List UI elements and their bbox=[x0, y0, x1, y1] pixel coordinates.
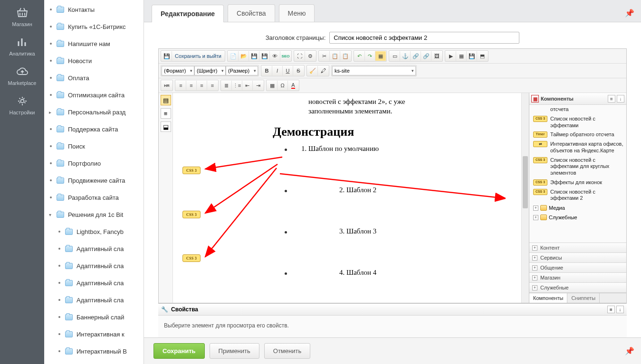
components-collapse-icon[interactable]: ↓ bbox=[617, 95, 624, 103]
tb-borders-icon[interactable]: ▦ bbox=[375, 51, 386, 61]
gutter-code-icon[interactable]: ≡ bbox=[161, 108, 171, 119]
tb-unlink-icon[interactable]: 🔗 bbox=[421, 51, 431, 61]
tab-snippets[interactable]: Сниппеты bbox=[567, 293, 600, 303]
tb-image-icon[interactable]: 🖼 bbox=[431, 51, 442, 61]
tb-component1-icon[interactable]: ▦ bbox=[456, 51, 467, 61]
save-exit-icon[interactable]: 💾 bbox=[162, 51, 172, 61]
editor-canvas[interactable]: новостей с эффектами 2», с уже заполненн… bbox=[173, 93, 521, 303]
tree-item[interactable]: Оптимизация сайта bbox=[44, 86, 144, 103]
tb-anchor-icon[interactable]: ⚓ bbox=[400, 51, 411, 61]
apply-button[interactable]: Применить bbox=[210, 343, 259, 359]
italic-icon[interactable]: I bbox=[272, 66, 283, 75]
tree-item[interactable]: Купить «1С-Битрикс bbox=[44, 18, 144, 35]
tb-copy-icon[interactable]: 📋 bbox=[330, 51, 340, 61]
expand-icon[interactable]: + bbox=[532, 285, 537, 290]
components-menu-icon[interactable]: ≡ bbox=[608, 95, 615, 103]
strike-icon[interactable]: S bbox=[293, 66, 304, 75]
remove-format-icon[interactable]: 🧹 bbox=[307, 66, 318, 75]
save-button[interactable]: Сохранить bbox=[153, 343, 205, 359]
tree-item[interactable]: Продвижение сайта bbox=[44, 172, 144, 189]
font-select[interactable]: (Шрифт) bbox=[194, 66, 226, 75]
tb-paste-icon[interactable]: 📋 bbox=[340, 51, 351, 61]
style-select[interactable]: ks-site bbox=[332, 66, 416, 75]
accordion-item[interactable]: +Магазин bbox=[529, 273, 626, 283]
tree-item[interactable]: Адаптивный сла bbox=[44, 240, 144, 257]
tb-saveall-icon[interactable]: 💾 bbox=[259, 51, 270, 61]
highlight-icon[interactable]: 🖍 bbox=[318, 66, 328, 75]
tab-components[interactable]: Компоненты bbox=[529, 293, 567, 303]
component-item[interactable]: CSS 3Список новостей с эффектами 2 bbox=[531, 187, 626, 204]
tree-item[interactable]: Новости bbox=[44, 52, 144, 69]
tree-item[interactable]: ▸Персональный разд bbox=[44, 103, 144, 121]
expand-icon[interactable]: + bbox=[532, 245, 537, 251]
css3-badge-2[interactable]: CSS 3 bbox=[182, 211, 201, 218]
tab-menu[interactable]: Меню bbox=[279, 4, 315, 22]
accordion-item[interactable]: +Сервисы bbox=[529, 253, 626, 263]
expand-icon[interactable]: + bbox=[532, 275, 537, 280]
tree-item[interactable]: Поддержка сайта bbox=[44, 121, 144, 138]
pin-icon[interactable]: 📌 bbox=[625, 9, 634, 18]
expand-icon[interactable]: + bbox=[533, 215, 538, 220]
tb-preview-icon[interactable]: 👁 bbox=[270, 51, 280, 61]
tree-item[interactable]: Интерактивный В bbox=[44, 343, 144, 360]
indent-icon[interactable]: ⇥ bbox=[253, 81, 263, 90]
component-item[interactable]: CSS 3Список новостей с эффектами bbox=[531, 114, 626, 131]
tb-split-icon[interactable]: ▭ bbox=[390, 51, 400, 61]
tb-cut-icon[interactable]: ✂ bbox=[319, 51, 330, 61]
tree-item[interactable]: Адаптивный сла bbox=[44, 274, 144, 291]
hr-button[interactable]: HR bbox=[162, 81, 172, 90]
tree-item[interactable]: Интерактивная к bbox=[44, 326, 144, 343]
list-ol-icon[interactable]: ≣ bbox=[221, 81, 232, 90]
tb-save-icon[interactable]: 💾 bbox=[249, 51, 259, 61]
page-title-input[interactable] bbox=[329, 32, 519, 44]
tree-item[interactable]: Баннерный слай bbox=[44, 308, 144, 326]
tb-new-icon[interactable]: 📄 bbox=[228, 51, 239, 61]
expand-icon[interactable]: + bbox=[533, 205, 538, 211]
align-right-icon[interactable]: ≡ bbox=[197, 81, 207, 90]
size-select[interactable]: (Размер) bbox=[226, 66, 258, 75]
tree-item[interactable]: Напишите нам bbox=[44, 35, 144, 52]
align-left-icon[interactable]: ≡ bbox=[176, 81, 186, 90]
properties-collapse-icon[interactable]: ↓ bbox=[616, 306, 624, 313]
tab-properties[interactable]: Свойства bbox=[228, 4, 275, 22]
save-exit-label[interactable]: Сохранить и выйти bbox=[172, 53, 224, 59]
tb-component2-icon[interactable]: 💾 bbox=[467, 51, 477, 61]
rail-marketplace[interactable]: Marketplace bbox=[0, 61, 44, 91]
expand-icon[interactable]: ▸ bbox=[49, 110, 54, 115]
tb-component3-icon[interactable]: ⬒ bbox=[477, 51, 488, 61]
footer-pin-icon[interactable]: 📌 bbox=[625, 346, 634, 355]
tree-item[interactable]: Разработка сайта bbox=[44, 189, 144, 206]
tb-link-icon[interactable]: 🔗 bbox=[411, 51, 421, 61]
component-partial[interactable]: отсчета bbox=[531, 105, 626, 114]
properties-menu-icon[interactable]: ≡ bbox=[607, 306, 615, 313]
align-center-icon[interactable]: ≡ bbox=[186, 81, 197, 90]
bold-icon[interactable]: B bbox=[262, 66, 272, 75]
expand-icon[interactable]: + bbox=[532, 265, 537, 271]
tb-seo-icon[interactable]: SEO bbox=[280, 51, 291, 61]
tb-video-icon[interactable]: ▶ bbox=[446, 51, 456, 61]
underline-icon[interactable]: U bbox=[283, 66, 293, 75]
canvas-scrollbar[interactable] bbox=[521, 93, 529, 303]
rail-settings[interactable]: Настройки bbox=[0, 91, 44, 120]
special-char-icon[interactable]: Ω bbox=[277, 81, 288, 90]
css3-badge-3[interactable]: CSS 3 bbox=[182, 254, 201, 262]
component-item[interactable]: ⇄Интерактивная карта офисов, объектов на… bbox=[531, 140, 626, 156]
tree-item[interactable]: Интерактивный С bbox=[44, 360, 144, 364]
rail-shop[interactable]: Магазин bbox=[0, 2, 44, 32]
component-folder[interactable]: +Служебные bbox=[531, 213, 626, 222]
component-item[interactable]: CSS 3Эффекты для иконок bbox=[531, 178, 626, 187]
component-item[interactable]: TimerТаймер обратного отсчета bbox=[531, 130, 626, 140]
tab-edit[interactable]: Редактирование bbox=[152, 5, 224, 22]
tree-item[interactable]: Адаптивный сла bbox=[44, 291, 144, 308]
expand-icon[interactable]: ▾ bbox=[49, 212, 54, 217]
tree-item[interactable]: Lightbox, Fancyb bbox=[44, 223, 144, 240]
outdent-icon[interactable]: ⇤ bbox=[242, 81, 253, 90]
gutter-split-icon[interactable]: ⬓ bbox=[161, 121, 171, 132]
list-ul-icon[interactable]: ⋮≡ bbox=[232, 81, 242, 90]
tb-open-icon[interactable]: 📂 bbox=[239, 51, 249, 61]
table-icon[interactable]: ▦ bbox=[267, 81, 277, 90]
tree-item[interactable]: Портфолио bbox=[44, 155, 144, 172]
align-justify-icon[interactable]: ≡ bbox=[207, 81, 218, 90]
tree-item[interactable]: ▾Решения для 1с Bit bbox=[44, 206, 144, 223]
tree-item[interactable]: Контакты bbox=[44, 1, 144, 18]
